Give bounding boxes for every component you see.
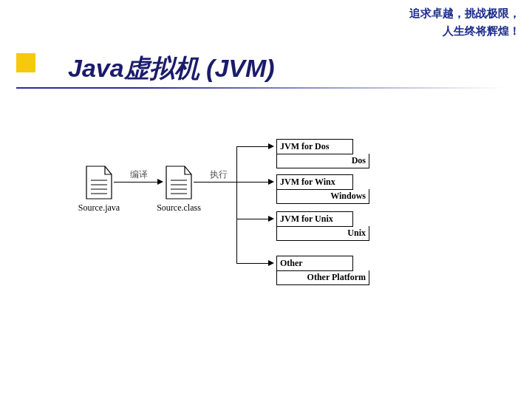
- branch-line: [236, 146, 269, 147]
- page-title: Java虚拟机 (JVM): [68, 52, 275, 86]
- run-arrow-stem: [194, 182, 236, 183]
- run-label: 执行: [210, 168, 228, 181]
- os-label: Windows: [276, 189, 369, 204]
- jvm-label: JVM for Winx: [276, 174, 353, 190]
- compile-label: 编译: [130, 168, 148, 181]
- os-label: Dos: [276, 154, 369, 168]
- motto-line-2: 人生终将辉煌！: [409, 22, 520, 40]
- jvm-diagram: Source.java 编译 Source.class 执行 JVM for D…: [74, 140, 458, 318]
- class-file-label: Source.class: [149, 202, 208, 214]
- platform-box: JVM for Winx Windows: [276, 174, 369, 204]
- arrow-head-icon: [268, 143, 274, 149]
- compile-arrow: [114, 182, 158, 183]
- platform-box: JVM for Dos Dos: [276, 139, 369, 168]
- motto-line-1: 追求卓越，挑战极限，: [409, 4, 520, 22]
- os-label: Unix: [276, 226, 369, 241]
- arrow-head-icon: [268, 216, 274, 222]
- bullet-square-icon: [16, 53, 35, 72]
- jvm-label: JVM for Dos: [276, 139, 353, 154]
- branch-line: [236, 182, 269, 183]
- document-icon: [86, 166, 112, 200]
- branch-line: [236, 219, 269, 219]
- source-file-label: Source.java: [69, 202, 129, 214]
- jvm-label: JVM for Unix: [276, 211, 353, 227]
- arrow-head-icon: [268, 179, 274, 185]
- branch-line: [236, 263, 269, 264]
- title-block: Java虚拟机 (JVM): [16, 53, 223, 87]
- arrow-head-icon: [157, 179, 163, 185]
- platform-box: Other Other Platform: [276, 256, 369, 285]
- fanout-vertical: [236, 146, 237, 263]
- os-label: Other Platform: [276, 270, 369, 285]
- arrow-head-icon: [268, 260, 274, 266]
- motto-block: 追求卓越，挑战极限， 人生终将辉煌！: [409, 4, 520, 40]
- document-icon: [166, 166, 192, 200]
- platform-box: JVM for Unix Unix: [276, 211, 369, 241]
- jvm-label: Other: [276, 256, 353, 271]
- title-underline-decoration: [16, 87, 504, 89]
